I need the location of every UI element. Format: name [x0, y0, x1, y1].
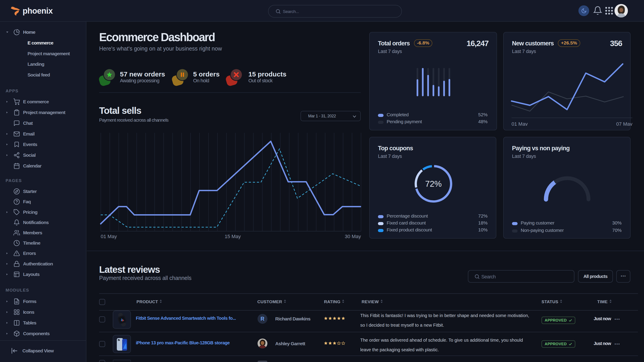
svg-text:07 May: 07 May: [616, 121, 632, 126]
svg-text:01 May: 01 May: [101, 234, 117, 239]
svg-text:01 May: 01 May: [512, 121, 528, 126]
svg-text:72%: 72%: [425, 179, 442, 188]
svg-text:30 May: 30 May: [345, 234, 361, 239]
svg-text:15 May: 15 May: [225, 234, 241, 239]
